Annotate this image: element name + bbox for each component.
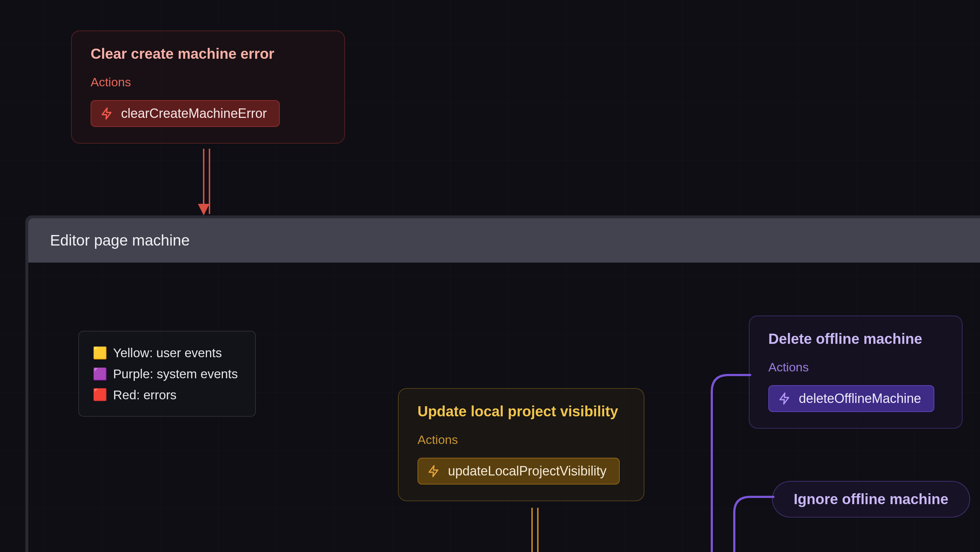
action-label: clearCreateMachineError xyxy=(121,106,267,121)
node-update-local-project-visibility[interactable]: Update local project visibility Actions … xyxy=(398,388,644,501)
node-section-label: Actions xyxy=(768,360,943,374)
node-delete-offline-machine[interactable]: Delete offline machine Actions deleteOff… xyxy=(749,316,963,429)
node-title: Clear create machine error xyxy=(91,46,325,62)
legend-text: Purple: system events xyxy=(113,364,238,384)
node-section-label: Actions xyxy=(417,433,625,447)
legend-row-red: 🟥 Red: errors xyxy=(93,384,238,405)
diagram-canvas[interactable]: Clear create machine error Actions clear… xyxy=(0,0,980,552)
editor-header-title: Editor page machine xyxy=(50,232,189,249)
node-title: Delete offline machine xyxy=(768,331,943,347)
editor-header: Editor page machine xyxy=(28,219,980,263)
lightning-icon xyxy=(100,107,113,120)
action-label: updateLocalProjectVisibility xyxy=(448,464,607,479)
lightning-icon xyxy=(427,464,440,478)
action-pill-delete-offline-machine[interactable]: deleteOfflineMachine xyxy=(768,385,934,412)
legend-text: Yellow: user events xyxy=(113,342,222,364)
square-icon: 🟨 xyxy=(93,347,107,359)
node-section-label: Actions xyxy=(91,75,325,89)
lightning-icon xyxy=(778,392,791,405)
node-ignore-offline-machine[interactable]: Ignore offline machine xyxy=(772,481,970,517)
connector-red-arrow xyxy=(196,149,218,218)
square-icon: 🟪 xyxy=(93,368,107,380)
node-title: Ignore offline machine xyxy=(794,491,948,507)
legend-row-yellow: 🟨 Yellow: user events xyxy=(93,342,238,364)
legend-row-purple: 🟪 Purple: system events xyxy=(93,364,238,384)
square-icon: 🟥 xyxy=(93,389,107,400)
node-title: Update local project visibility xyxy=(417,403,625,420)
legend-text: Red: errors xyxy=(113,384,177,405)
legend-box: 🟨 Yellow: user events 🟪 Purple: system e… xyxy=(78,331,256,417)
action-label: deleteOfflineMachine xyxy=(799,391,921,406)
action-pill-update-local-project-visibility[interactable]: updateLocalProjectVisibility xyxy=(417,458,620,485)
action-pill-clear-create-machine-error[interactable]: clearCreateMachineError xyxy=(91,100,280,127)
node-clear-create-machine-error[interactable]: Clear create machine error Actions clear… xyxy=(71,30,345,144)
